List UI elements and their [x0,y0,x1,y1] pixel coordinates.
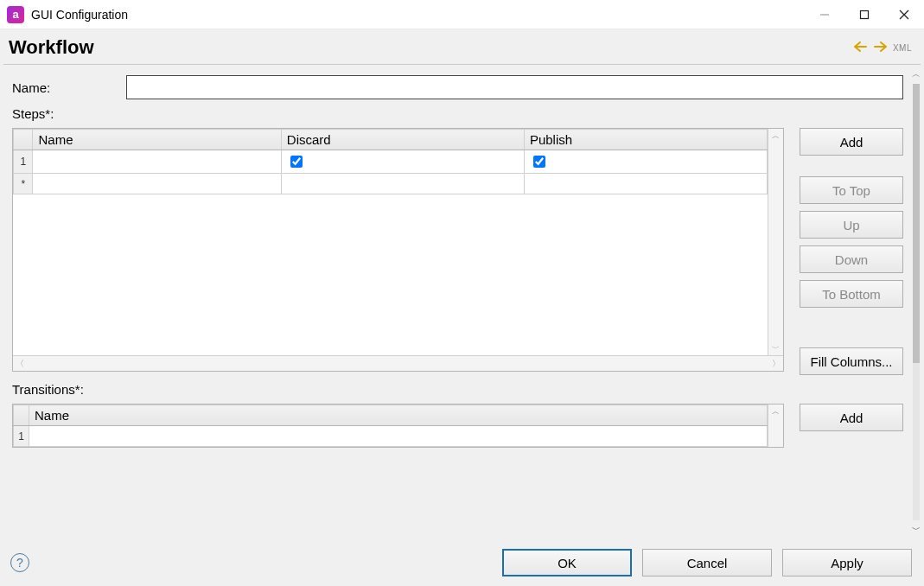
page-title: Workflow [9,36,853,59]
arrow-left-icon [853,41,869,53]
body-area: Name: Steps*: [0,65,924,539]
page-scroll-down-icon[interactable]: ﹀ [910,524,922,536]
scroll-down-icon[interactable]: ﹀ [768,341,783,355]
steps-col-rowhead[interactable] [14,130,33,150]
steps-row[interactable]: 1 [14,150,768,174]
discard-checkbox[interactable] [290,156,303,168]
nav-forward-button[interactable] [872,41,888,54]
steps-down-button[interactable]: Down [800,245,903,273]
steps-cell-publish[interactable] [524,150,767,174]
minimize-button[interactable] [805,0,844,29]
transitions-cell-name[interactable] [29,426,768,447]
transitions-col-name[interactable]: Name [29,405,768,426]
steps-fill-columns-button[interactable]: Fill Columns... [800,347,903,375]
publish-checkbox[interactable] [533,156,545,168]
steps-cell-name[interactable] [33,150,281,174]
transitions-section: Name 1 [12,404,903,448]
maximize-icon [859,10,870,20]
close-button[interactable] [884,0,924,29]
header-nav: XML [853,41,912,54]
steps-table: Name Discard Publish 1 [13,129,768,355]
steps-label: Steps*: [12,106,903,121]
steps-cell-discard[interactable] [281,150,524,174]
page-scroll-track[interactable] [913,84,920,520]
steps-to-bottom-button[interactable]: To Bottom [800,280,903,308]
page-header: Workflow XML [0,29,924,64]
window-title: GUI Configuration [31,8,805,22]
transitions-button-panel: Add [800,404,903,431]
config-window: a GUI Configuration Workflow XML [0,0,924,586]
apply-button[interactable]: Apply [782,549,912,576]
transitions-col-rowhead[interactable] [14,405,29,426]
form-panel: Name: Steps*: [0,65,908,539]
steps-up-button[interactable]: Up [800,211,903,239]
minimize-icon [819,10,830,20]
steps-col-publish[interactable]: Publish [524,130,767,150]
steps-col-name[interactable]: Name [33,130,281,150]
transitions-add-button[interactable]: Add [800,404,903,431]
nav-back-button[interactable] [853,41,869,54]
transitions-rowhead[interactable]: 1 [14,426,29,447]
name-label: Name: [12,80,116,95]
app-icon: a [7,6,24,23]
cancel-button[interactable]: Cancel [642,549,772,576]
steps-button-panel: Add To Top Up Down To Bottom Fill Column… [800,128,903,375]
steps-to-top-button[interactable]: To Top [800,176,903,204]
page-scroll-thumb[interactable] [913,84,920,363]
arrow-right-icon [872,41,888,53]
steps-section: Name Discard Publish 1 [12,128,903,375]
scroll-right-icon[interactable]: 〉 [769,356,783,371]
steps-rowhead-new[interactable]: * [14,174,33,194]
scroll-up-icon[interactable]: ︿ [768,129,783,143]
steps-grid-hscroll[interactable]: 〈 〉 [13,355,783,371]
close-icon [899,10,909,20]
name-row: Name: [12,75,903,99]
steps-grid[interactable]: Name Discard Publish 1 [12,128,784,372]
transitions-grid-container: Name 1 [12,404,784,448]
window-controls [805,0,924,29]
steps-grid-container: Name Discard Publish 1 [12,128,784,372]
steps-cell-publish[interactable] [524,174,767,194]
scroll-left-icon[interactable]: 〈 [13,356,27,371]
transitions-grid[interactable]: Name 1 [12,404,784,448]
steps-add-button[interactable]: Add [800,128,903,156]
steps-row-new[interactable]: * [14,174,768,194]
transitions-label: Transitions*: [12,382,903,397]
steps-rowhead[interactable]: 1 [14,150,33,174]
ok-button[interactable]: OK [502,549,632,576]
xml-toggle[interactable]: XML [893,43,912,53]
scroll-up-icon[interactable]: ︿ [768,404,783,418]
name-input[interactable] [126,75,903,99]
steps-grid-vscroll[interactable]: ︿ ﹀ [768,129,783,355]
steps-col-discard[interactable]: Discard [281,130,524,150]
title-bar: a GUI Configuration [0,0,924,29]
transitions-table: Name 1 [13,404,768,447]
transitions-grid-vscroll[interactable]: ︿ [768,404,783,447]
maximize-button[interactable] [844,0,884,29]
steps-cell-discard[interactable] [281,174,524,194]
transitions-row[interactable]: 1 [14,426,768,447]
page-scroll-up-icon[interactable]: ︿ [910,68,922,80]
svg-rect-1 [861,10,869,18]
page-scrollbar[interactable]: ︿ ﹀ [908,65,924,539]
steps-cell-name[interactable] [33,174,281,194]
dialog-footer: ? OK Cancel Apply [0,539,924,586]
help-icon: ? [16,556,23,570]
help-button[interactable]: ? [10,553,29,572]
